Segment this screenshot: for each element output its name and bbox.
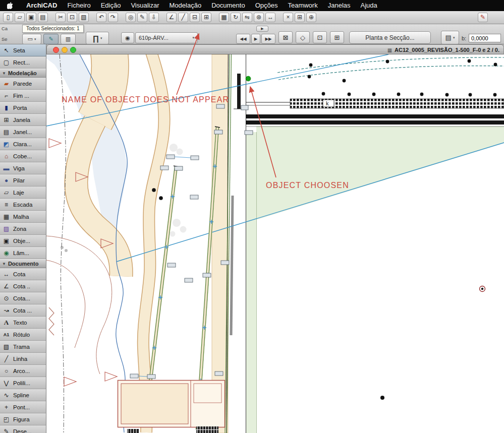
wall-end-icon: ⌐	[2, 92, 11, 99]
label-icon: A1	[2, 332, 11, 337]
tool-texto[interactable]: ATexto	[0, 317, 46, 329]
tool-viga[interactable]: ▬Viga	[0, 162, 46, 174]
find-select-button[interactable]: ◎	[126, 13, 136, 22]
stretch-button[interactable]: ↔	[265, 13, 275, 22]
pick-up-parameters-button[interactable]: ✎	[137, 13, 147, 22]
window-title-bar[interactable]: ▦ AC12_0005_REVISÃO_1-500_F-0 e 2 / 0.	[46, 44, 504, 54]
object-type-dropdown[interactable]: 610p-ÁRV... ▾	[135, 32, 198, 43]
menu-visualizar[interactable]: Visualizar	[126, 0, 164, 11]
redo-button[interactable]: ↷	[108, 13, 118, 22]
measure-button[interactable]: ∠	[166, 13, 177, 22]
zoom-extents-button[interactable]: ⊡	[313, 31, 327, 43]
menu-janelas[interactable]: Janelas	[323, 0, 356, 11]
object-preview-button[interactable]: ∏ ▾	[86, 32, 109, 44]
tool-trama[interactable]: ▧Trama	[0, 341, 46, 353]
menu-edicao[interactable]: Edição	[96, 0, 126, 11]
adjust-button[interactable]: ⊞	[201, 13, 211, 22]
menu-teamwork[interactable]: Teamwork	[283, 0, 322, 11]
paste-button[interactable]: ▧	[79, 13, 89, 22]
tool-arco[interactable]: ○Arco...	[0, 365, 46, 377]
tool-laje[interactable]: ▱Laje	[0, 187, 46, 199]
markup-pen-button[interactable]: ✎	[478, 13, 488, 22]
arrow-cursor-icon: ↖	[2, 47, 11, 54]
view-mode-button[interactable]: Planta e Secção...	[349, 31, 431, 44]
new-document-button[interactable]: ▯	[3, 13, 13, 22]
toolbox-section-documento[interactable]: ▼Documento	[0, 259, 46, 268]
tool-porta[interactable]: ▮Porta	[0, 102, 46, 114]
tool-parede[interactable]: ▰Parede	[0, 78, 46, 90]
nav-play-button[interactable]: ▶	[251, 34, 260, 44]
tool-malha[interactable]: ▦Malha	[0, 211, 46, 223]
b-value-input[interactable]	[469, 34, 501, 42]
tool-desenho[interactable]: ✎Dese...	[0, 425, 46, 433]
visibility-eye-button[interactable]: ◉	[121, 32, 134, 43]
tool-objecto[interactable]: ▣Obje...	[0, 235, 46, 247]
tool-ponto[interactable]: +Pont...	[0, 401, 46, 413]
trim-button[interactable]: ⊟	[190, 13, 200, 22]
menu-archicad[interactable]: ArchiCAD	[21, 0, 62, 11]
tool-claraboia[interactable]: ◩Clara...	[0, 138, 46, 150]
tool-lampada[interactable]: ◉Lâm...	[0, 247, 46, 259]
tool-escada[interactable]: ≡Escada	[0, 199, 46, 211]
tool-cota-angular[interactable]: ∠Cota ..	[0, 280, 46, 292]
tool-janela[interactable]: ⊞Janela	[0, 114, 46, 126]
split-button[interactable]: ╱	[178, 13, 188, 22]
text-icon: A	[2, 319, 11, 327]
expand-toolbar-button[interactable]: ▶	[256, 26, 268, 32]
apple-menu-icon[interactable]	[7, 2, 14, 10]
quick-layers-button[interactable]: ▤ ▾	[441, 31, 459, 44]
tool-spline[interactable]: ∿Spline	[0, 389, 46, 401]
tool-cobertura[interactable]: ⌂Cobe...	[0, 150, 46, 162]
copy-button[interactable]: ⊡	[67, 13, 77, 22]
rotate-button[interactable]: ↻	[231, 13, 241, 22]
toolbox-section-modelacao[interactable]: ▼Modelação	[0, 69, 46, 78]
tool-cota-linear[interactable]: ↔Cota	[0, 268, 46, 280]
fit-in-window-button[interactable]: ⊞	[330, 31, 344, 43]
menu-ficheiro[interactable]: Ficheiro	[62, 0, 95, 11]
cut-button[interactable]: ✂	[55, 13, 66, 22]
menu-ajuda[interactable]: Ajuda	[356, 0, 382, 11]
view-mode-label: Planta e Secção...	[365, 34, 414, 41]
building-footprint[interactable]	[118, 380, 225, 433]
tool-zona[interactable]: ▨Zona	[0, 223, 46, 235]
save-file-button[interactable]: ▣	[26, 13, 36, 22]
rotate-view-button[interactable]: ◇	[296, 31, 310, 43]
tool-rotulo[interactable]: A1Rótulo	[0, 329, 46, 341]
multiply-button[interactable]: ⊛	[254, 13, 264, 22]
pen-settings-button[interactable]: ✎	[43, 34, 59, 44]
tool-pilar[interactable]: ●Pilar	[0, 174, 46, 187]
chosen-object-dot[interactable]	[246, 76, 251, 81]
tool-janela-canto[interactable]: ▤Janel...	[0, 126, 46, 138]
close-window-traffic-light[interactable]	[53, 47, 59, 53]
undo-button[interactable]: ↶	[96, 13, 106, 22]
table-view-button[interactable]: ⊞	[295, 13, 305, 22]
tool-figura[interactable]: ◰Figura	[0, 413, 46, 425]
drawing-canvas[interactable]: k	[46, 54, 504, 433]
tool-cota-nivel[interactable]: ⊙Cota...	[0, 292, 46, 304]
menu-modelacao[interactable]: Modelação	[164, 0, 207, 11]
tool-marquee[interactable]: ▢Rect...	[0, 56, 46, 69]
tool-linha[interactable]: ╱Linha	[0, 353, 46, 365]
minimize-window-traffic-light[interactable]	[62, 47, 68, 53]
link-button[interactable]: ⊕	[306, 13, 316, 22]
print-button[interactable]: ▤	[38, 13, 48, 22]
mirror-button[interactable]: ⇋	[242, 13, 252, 22]
tool-cota-radial[interactable]: ↝Cota ...	[0, 304, 46, 317]
default-settings-button[interactable]: ▭ ▾	[22, 34, 41, 44]
menu-opcoes[interactable]: Opções	[250, 0, 283, 11]
tool-fim-de-parede[interactable]: ⌐Fim ...	[0, 90, 46, 102]
tool-polilinha[interactable]: ⋁Polili...	[0, 377, 46, 389]
close-preview-button[interactable]: ⊠	[278, 31, 293, 43]
zoom-window-traffic-light[interactable]	[70, 47, 76, 53]
grid-snap-button[interactable]: ▦	[219, 13, 229, 22]
tool-seta[interactable]: ↖Seta	[0, 44, 46, 56]
inject-parameters-button[interactable]: ⇩	[149, 13, 159, 22]
target-square-icon: ⊡	[317, 34, 323, 41]
eye-icon: ◉	[125, 35, 130, 41]
fill-settings-button[interactable]: ▥	[61, 34, 76, 44]
menu-documento[interactable]: Documento	[206, 0, 250, 11]
nav-previous-button[interactable]: ◀◀	[236, 34, 250, 44]
nav-next-button[interactable]: ▶▶	[261, 34, 275, 44]
close-window-button[interactable]: ×	[283, 13, 293, 22]
open-file-button[interactable]: ▱	[15, 13, 25, 22]
